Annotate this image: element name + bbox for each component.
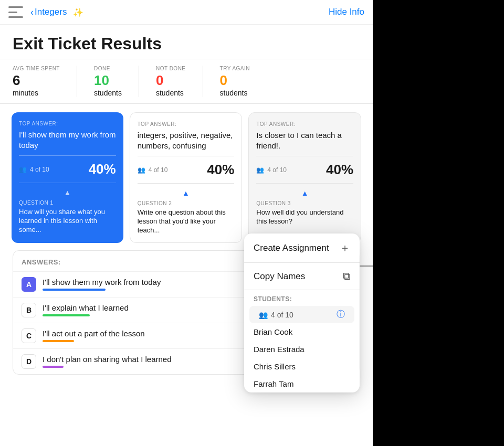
plus-icon: ＋ <box>340 241 350 255</box>
answer-bar-d <box>43 366 64 368</box>
card1-q-label: QUESTION 1 <box>19 200 116 206</box>
student-row-3: Farrah Tam <box>244 375 360 392</box>
card2-chevron-icon: ▲ <box>138 189 235 197</box>
card1-q-text: How will you share what you learned in t… <box>19 208 116 235</box>
stat-avg-time-value: 6 <box>13 72 60 89</box>
stat-avg-time: AVG TIME SPENT 6 minutes <box>13 66 60 97</box>
answer-bar-c <box>43 340 74 342</box>
page-title: Exit Ticket Results <box>0 25 373 59</box>
card2-q-label: QUESTION 2 <box>138 200 235 206</box>
stat-not-done-value: 0 <box>156 72 186 89</box>
stat-try-again-label: TRY AGAIN <box>220 66 250 71</box>
create-assignment-item[interactable]: Create Assignment ＋ <box>244 233 360 262</box>
question-card-1[interactable]: TOP ANSWER: I'll show them my work from … <box>12 112 123 243</box>
card2-students: 👥 4 of 10 <box>138 166 168 174</box>
card1-students: 👥 4 of 10 <box>19 166 49 173</box>
card1-percent: 40% <box>89 161 116 177</box>
info-circle-icon: ⓘ <box>337 309 345 320</box>
cards-row: TOP ANSWER: I'll show them my work from … <box>0 104 373 243</box>
students-count-row[interactable]: 👥 4 of 10 ⓘ <box>249 306 354 323</box>
card3-answer: Is closer to I can teach a friend!. <box>256 130 353 151</box>
card3-students: 👥 4 of 10 <box>256 166 287 174</box>
sparkle-icon: ✨ <box>73 7 83 17</box>
card1-top-label: TOP ANSWER: <box>19 121 116 126</box>
answer-letter-b: B <box>22 303 36 317</box>
stat-try-again-value: 0 <box>220 72 250 89</box>
stat-avg-time-label: AVG TIME SPENT <box>13 66 60 71</box>
people-icon2: 👥 <box>138 166 145 174</box>
students-count-text: 👥 4 of 10 <box>259 311 293 319</box>
answer-letter-d: D <box>22 354 36 369</box>
stat-done-value: 10 <box>94 72 122 89</box>
card2-top-label: TOP ANSWER: <box>138 121 235 127</box>
copy-icon: ⧉ <box>343 270 350 282</box>
question-card-2[interactable]: TOP ANSWER: integers, positive, negative… <box>130 112 243 243</box>
main-panel: ‹ Integers ✨ Hide Info Exit Ticket Resul… <box>0 0 373 446</box>
popup-menu: Create Assignment ＋ Copy Names ⧉ STUDENT… <box>244 233 360 392</box>
copy-names-label: Copy Names <box>254 271 305 282</box>
create-assignment-label: Create Assignment <box>254 243 329 253</box>
answer-bar-a <box>43 289 106 291</box>
people-icon-popup: 👥 <box>259 311 268 319</box>
arrow-line <box>359 266 373 267</box>
card3-percent: 40% <box>326 162 353 178</box>
card3-q-label: QUESTION 3 <box>256 200 353 206</box>
sidebar-toggle[interactable] <box>8 6 23 18</box>
student-row-0: Brian Cook <box>244 323 360 341</box>
card3-top-label: TOP ANSWER: <box>256 121 353 127</box>
stat-done: DONE 10 students <box>94 66 122 97</box>
back-button[interactable]: Integers <box>35 7 67 17</box>
copy-names-item[interactable]: Copy Names ⧉ <box>244 263 360 290</box>
card2-q-text: Write one question about this lesson tha… <box>138 208 235 235</box>
back-label: Integers <box>35 7 67 17</box>
card2-answer: integers, positive, negative, numbers, c… <box>138 130 235 151</box>
card3-chevron-icon: ▲ <box>256 189 353 197</box>
card1-chevron-icon: ▲ <box>19 188 116 197</box>
stats-bar: AVG TIME SPENT 6 minutes DONE 10 student… <box>0 59 373 104</box>
card2-percent: 40% <box>207 162 234 178</box>
stat-done-sub: students <box>94 89 122 97</box>
stat-try-again-sub: students <box>220 89 250 97</box>
question-card-3[interactable]: TOP ANSWER: Is closer to I can teach a f… <box>248 112 361 243</box>
stat-try-again: TRY AGAIN 0 students <box>220 66 250 97</box>
students-section-header: STUDENTS: <box>244 290 360 306</box>
stat-not-done: NOT DONE 0 students <box>156 66 186 97</box>
answer-bar-b <box>43 314 90 316</box>
people-icon3: 👥 <box>256 166 264 174</box>
people-icon: 👥 <box>19 166 27 173</box>
back-chevron-icon: ‹ <box>30 7 34 18</box>
student-row-1: Daren Estrada <box>244 341 360 358</box>
hide-info-button[interactable]: Hide Info <box>329 7 364 17</box>
card1-answer: I'll show them my work from today <box>19 130 116 150</box>
answer-letter-a: A <box>22 277 36 292</box>
stat-done-label: DONE <box>94 66 122 71</box>
card3-q-text: How well did you understand this lesson? <box>256 208 353 226</box>
student-row-2: Chris Sillers <box>244 358 360 375</box>
stat-not-done-label: NOT DONE <box>156 66 186 71</box>
top-nav: ‹ Integers ✨ Hide Info <box>0 0 373 25</box>
answer-letter-c: C <box>22 328 36 343</box>
students-section: STUDENTS: 👥 4 of 10 ⓘ Brian Cook Daren E… <box>244 290 360 392</box>
stat-avg-time-sub: minutes <box>13 89 60 97</box>
stat-not-done-sub: students <box>156 89 186 97</box>
